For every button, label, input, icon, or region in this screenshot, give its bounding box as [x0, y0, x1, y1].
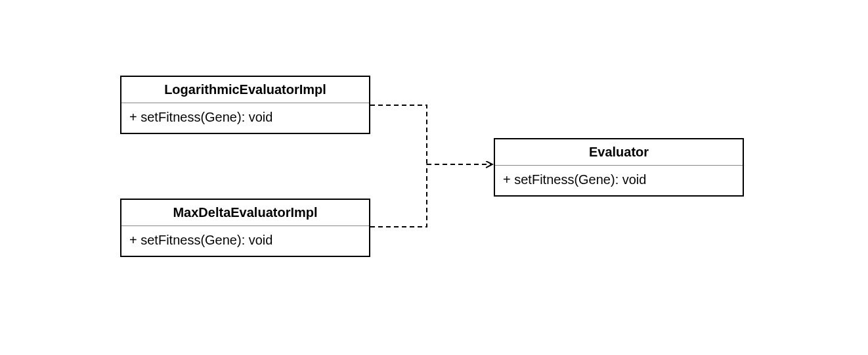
class-evaluator: Evaluator + setFitness(Gene): void [494, 138, 744, 197]
class-method: + setFitness(Gene): void [121, 226, 369, 256]
class-title: MaxDeltaEvaluatorImpl [121, 200, 369, 226]
class-title: LogarithmicEvaluatorImpl [121, 77, 369, 103]
class-title: Evaluator [495, 139, 743, 166]
class-maxdelta-evaluator: MaxDeltaEvaluatorImpl + setFitness(Gene)… [120, 199, 370, 257]
class-method: + setFitness(Gene): void [121, 103, 369, 133]
class-logarithmic-evaluator: LogarithmicEvaluatorImpl + setFitness(Ge… [120, 76, 370, 134]
class-method: + setFitness(Gene): void [495, 166, 743, 195]
realization-edge-maxdelta [370, 164, 427, 227]
uml-diagram-canvas: LogarithmicEvaluatorImpl + setFitness(Ge… [0, 0, 868, 355]
realization-edge-logarithmic [370, 105, 427, 164]
